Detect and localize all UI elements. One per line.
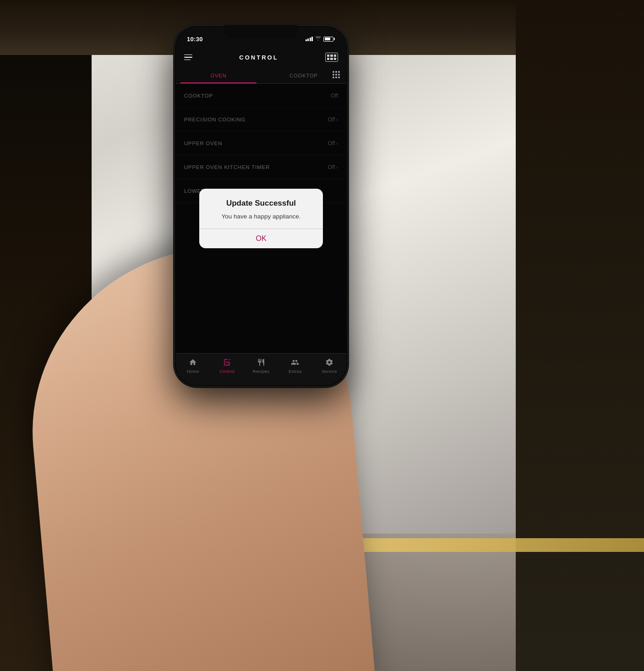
page-title: CONTROL (239, 54, 278, 61)
extras-nav-label: Extras (289, 369, 302, 374)
status-time: 10:30 (187, 36, 203, 43)
nav-item-service[interactable]: Service (312, 357, 346, 374)
ok-button[interactable]: OK (199, 229, 323, 248)
grid-view-icon[interactable] (325, 53, 338, 62)
home-nav-label: Home (187, 369, 199, 374)
phone-body: 10:30 (174, 25, 348, 387)
update-modal: Update Successful You have a happy appli… (199, 189, 323, 248)
home-icon (188, 357, 198, 367)
nav-item-home[interactable]: Home (176, 357, 210, 374)
dots-menu-icon[interactable] (333, 71, 340, 78)
service-icon (324, 357, 334, 367)
nav-item-control[interactable]: Control (210, 357, 244, 374)
oven-right-panel (516, 0, 644, 671)
control-icon (222, 357, 232, 367)
signal-icon (306, 37, 313, 41)
modal-overlay: Update Successful You have a happy appli… (176, 84, 346, 353)
bottom-nav: Home Control Recip (176, 353, 346, 385)
battery-icon (323, 37, 333, 42)
modal-actions: OK (199, 229, 323, 248)
control-nav-label: Control (219, 369, 235, 374)
nav-item-extras[interactable]: Extras (278, 357, 312, 374)
extras-icon (290, 357, 300, 367)
service-nav-label: Service (322, 369, 337, 374)
modal-title: Update Successful (207, 199, 315, 208)
recipes-icon (256, 357, 266, 367)
modal-message: You have a happy appliance. (207, 213, 315, 221)
modal-body: Update Successful You have a happy appli… (199, 189, 323, 229)
wifi-icon (315, 36, 321, 42)
hamburger-menu-icon[interactable] (184, 55, 192, 60)
phone-screen: 10:30 (176, 27, 346, 385)
phone-notch (224, 25, 298, 38)
recipes-nav-label: Recipes (253, 369, 269, 374)
status-icons (306, 36, 334, 42)
app-header: CONTROL (176, 47, 346, 67)
scene: 10:30 (0, 0, 644, 671)
content-area: COOKTOP Off PRECISION COOKING Off › UPPE… (176, 84, 346, 353)
nav-tabs: OVEN COOKTOP (176, 67, 346, 84)
nav-item-recipes[interactable]: Recipes (244, 357, 278, 374)
tab-oven[interactable]: OVEN (176, 67, 261, 83)
